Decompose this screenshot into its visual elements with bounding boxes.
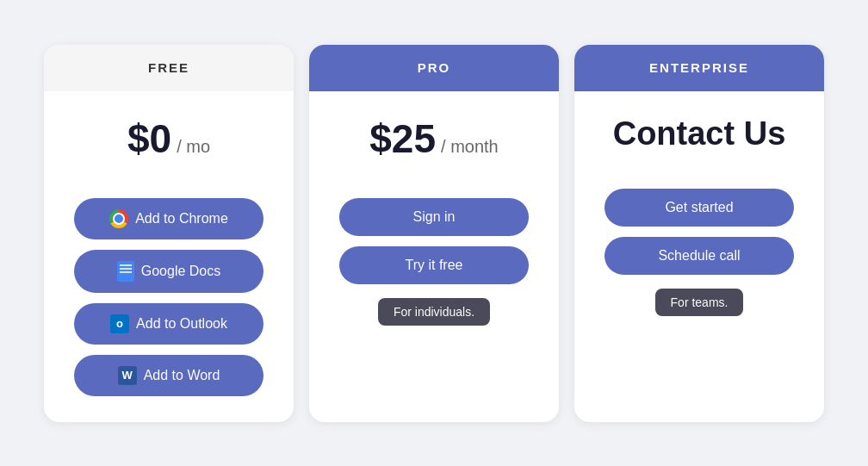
pro-price-amount: $25 xyxy=(369,115,436,162)
enterprise-plan-body: Contact Us Get started Schedule call For… xyxy=(574,91,824,422)
outlook-icon: o xyxy=(110,314,129,333)
enterprise-plan-tag: For teams. xyxy=(655,289,744,316)
enterprise-plan-header: ENTERPRISE xyxy=(574,45,824,91)
gdocs-icon xyxy=(117,261,134,282)
free-plan-title: FREE xyxy=(148,60,189,75)
word-icon: W xyxy=(118,366,137,385)
enterprise-contact-label: Contact Us xyxy=(613,115,786,152)
add-to-chrome-button[interactable]: Add to Chrome xyxy=(74,198,264,239)
get-started-button[interactable]: Get started xyxy=(604,189,794,227)
free-plan-body: $0 / mo Add to Chrome Google Docs o Add … xyxy=(44,91,294,422)
enterprise-plan-card: ENTERPRISE Contact Us Get started Schedu… xyxy=(574,45,824,422)
sign-in-button[interactable]: Sign in xyxy=(339,198,529,236)
chrome-icon xyxy=(109,209,128,228)
free-price-amount: $0 xyxy=(127,115,171,162)
try-it-free-button[interactable]: Try it free xyxy=(339,246,529,284)
free-plan-header: FREE xyxy=(44,45,294,91)
free-plan-price: $0 / mo xyxy=(127,115,210,162)
google-docs-button[interactable]: Google Docs xyxy=(74,250,264,293)
pro-plan-header: PRO xyxy=(309,45,559,91)
add-to-word-button[interactable]: W Add to Word xyxy=(74,355,264,396)
pro-plan-title: PRO xyxy=(418,60,451,75)
pro-plan-card: PRO $25 / month Sign in Try it free For … xyxy=(309,45,559,422)
schedule-call-button[interactable]: Schedule call xyxy=(604,237,794,275)
pricing-container: FREE $0 / mo Add to Chrome Google Docs o… xyxy=(27,19,841,448)
free-plan-card: FREE $0 / mo Add to Chrome Google Docs o… xyxy=(44,45,294,422)
add-to-outlook-button[interactable]: o Add to Outlook xyxy=(74,303,264,345)
pro-plan-price: $25 / month xyxy=(369,115,498,162)
pro-price-period: / month xyxy=(441,137,499,157)
free-price-period: / mo xyxy=(177,137,210,157)
pro-plan-tag: For individuals. xyxy=(378,298,490,326)
pro-plan-body: $25 / month Sign in Try it free For indi… xyxy=(309,91,559,422)
enterprise-plan-title: ENTERPRISE xyxy=(649,60,749,75)
